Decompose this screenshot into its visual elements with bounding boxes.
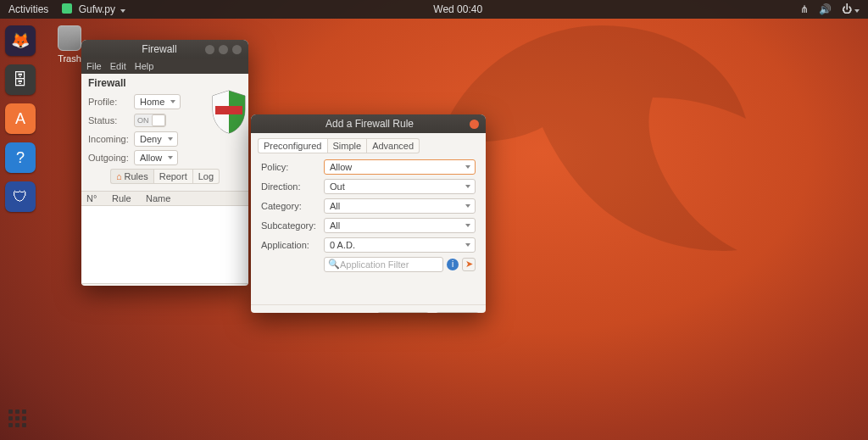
minimize-button[interactable] xyxy=(205,45,214,54)
tab-simple[interactable]: Simple xyxy=(327,138,368,153)
dialog-title: Add a Firewall Rule xyxy=(270,118,470,130)
subcategory-label: Subcategory: xyxy=(261,220,324,231)
col-no[interactable]: N° xyxy=(81,192,107,205)
incoming-combo[interactable]: Deny xyxy=(134,131,178,147)
dialog-titlebar[interactable]: Add a Firewall Rule xyxy=(251,114,486,133)
power-icon[interactable]: ⏻ xyxy=(842,3,860,15)
dock-files[interactable]: 🗄 xyxy=(5,64,36,95)
chevron-down-icon xyxy=(465,204,470,208)
tab-preconfigured[interactable]: Preconfigured xyxy=(258,138,327,153)
firewall-window-title: Firewall xyxy=(114,43,205,55)
shield-icon xyxy=(209,89,248,135)
activities-button[interactable]: Activities xyxy=(8,3,48,15)
outgoing-label: Outgoing: xyxy=(88,153,134,163)
rules-list-header: N° Rule Name xyxy=(81,191,248,206)
add-rule-dialog: Add a Firewall Rule Preconfigured Simple… xyxy=(251,114,486,313)
menu-help[interactable]: Help xyxy=(135,61,154,71)
category-label: Category: xyxy=(261,201,324,211)
firewall-titlebar[interactable]: Firewall xyxy=(81,40,248,58)
tab-advanced[interactable]: Advanced xyxy=(367,138,420,153)
launcher-dock: 🦊 🗄 A ? 🛡 xyxy=(0,19,41,440)
profile-combo[interactable]: Home xyxy=(134,94,181,109)
tab-report[interactable]: Report xyxy=(153,169,193,184)
status-toggle[interactable]: ON xyxy=(134,114,166,127)
outgoing-combo[interactable]: Allow xyxy=(134,150,178,165)
trash-icon xyxy=(58,25,81,51)
close-button[interactable]: Close xyxy=(377,312,429,313)
search-icon: 🔍 xyxy=(328,259,340,270)
policy-label: Policy: xyxy=(261,162,324,172)
firewall-window: Firewall File Edit Help Firewall Profile… xyxy=(81,40,248,286)
gufw-icon xyxy=(62,3,72,14)
incoming-label: Incoming: xyxy=(88,134,134,144)
network-icon[interactable]: ⋔ xyxy=(800,3,809,15)
dock-help[interactable]: ? xyxy=(5,142,36,173)
policy-combo[interactable]: Allow xyxy=(324,159,476,175)
top-bar: Activities Gufw.py Wed 00:40 ⋔ 🔊 ⏻ xyxy=(0,0,868,19)
menu-file[interactable]: File xyxy=(86,61,102,71)
chevron-down-icon xyxy=(465,224,470,227)
category-combo[interactable]: All xyxy=(324,198,476,214)
add-button[interactable]: Add xyxy=(436,312,479,313)
dialog-close-icon[interactable] xyxy=(470,120,479,129)
rules-list[interactable] xyxy=(81,206,248,284)
chevron-down-icon xyxy=(168,156,173,159)
tab-log[interactable]: Log xyxy=(193,169,220,184)
chevron-down-icon xyxy=(465,243,470,247)
direction-combo[interactable]: Out xyxy=(324,179,476,194)
show-applications-button[interactable] xyxy=(8,409,31,432)
home-icon: ⌂ xyxy=(116,171,122,181)
application-combo[interactable]: 0 A.D. xyxy=(324,237,476,253)
status-label: Status: xyxy=(88,115,134,125)
col-name[interactable]: Name xyxy=(141,192,248,205)
application-filter-input[interactable]: 🔍 Application Filter xyxy=(324,257,443,272)
chevron-down-icon xyxy=(465,165,470,169)
menu-edit[interactable]: Edit xyxy=(110,61,126,71)
firewall-menubar: File Edit Help xyxy=(81,58,248,74)
dock-software[interactable]: A xyxy=(5,103,36,134)
maximize-button[interactable] xyxy=(219,45,228,54)
firewall-heading: Firewall xyxy=(81,74,248,89)
focused-app-name: Gufw.py xyxy=(79,3,115,15)
info-icon[interactable]: i xyxy=(447,259,459,270)
chevron-down-icon xyxy=(168,137,173,141)
focused-app-indicator[interactable]: Gufw.py xyxy=(62,3,125,15)
tab-rules[interactable]: ⌂Rules xyxy=(110,169,153,184)
col-rule[interactable]: Rule xyxy=(107,192,141,205)
chevron-down-icon xyxy=(465,185,470,188)
close-button[interactable] xyxy=(232,45,242,54)
chevron-down-icon xyxy=(170,100,175,103)
clock[interactable]: Wed 00:40 xyxy=(433,3,482,15)
svg-point-0 xyxy=(636,76,653,93)
application-label: Application: xyxy=(261,240,324,250)
direction-label: Direction: xyxy=(261,181,324,192)
volume-icon[interactable]: 🔊 xyxy=(819,3,832,15)
go-icon[interactable]: ➤ xyxy=(462,258,476,271)
profile-label: Profile: xyxy=(88,97,134,107)
subcategory-combo[interactable]: All xyxy=(324,218,476,233)
dock-firefox[interactable]: 🦊 xyxy=(5,25,36,56)
dock-gufw[interactable]: 🛡 xyxy=(5,181,36,212)
chevron-down-icon xyxy=(120,9,125,13)
